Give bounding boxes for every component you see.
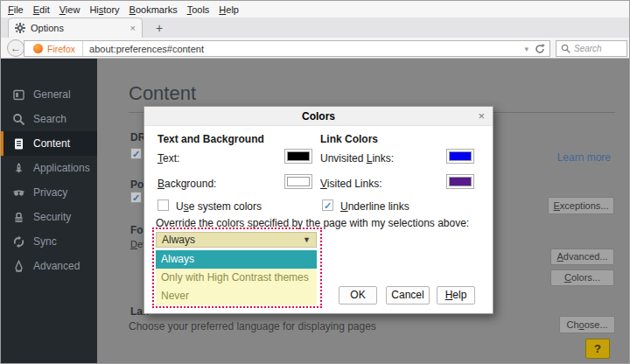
privacy-mask-icon — [12, 186, 25, 200]
exceptions-button[interactable]: Exceptions... — [548, 197, 614, 214]
dropdown-option-list: Always Only with High Contrast themes Ne… — [156, 250, 317, 305]
page-title: Content — [129, 82, 196, 105]
navigation-bar: ← Firefox about:preferences#content ▾ Se… — [1, 38, 629, 59]
sidebar-item-general[interactable]: General — [1, 82, 97, 107]
visited-links-swatch[interactable] — [446, 174, 474, 189]
popups-checkbox[interactable] — [130, 192, 142, 203]
text-color-swatch[interactable] — [284, 149, 312, 164]
sidebar-item-search[interactable]: Search — [1, 107, 97, 131]
section-link-colors: Link Colors — [320, 133, 378, 145]
language-caption: Choose your preferred language for displ… — [129, 320, 376, 332]
ok-button[interactable]: OK — [339, 286, 377, 304]
firefox-logo-icon — [33, 44, 43, 53]
cancel-button[interactable]: Cancel — [386, 286, 430, 304]
menu-bar: File Edit View History Bookmarks Tools H… — [1, 1, 629, 18]
tab-close-icon[interactable]: × — [130, 24, 136, 33]
sidebar-item-privacy[interactable]: Privacy — [1, 180, 97, 205]
text-color-label: Text: — [158, 152, 179, 164]
dialog-title: Colors — [144, 110, 493, 122]
gear-icon — [15, 23, 25, 33]
sidebar-item-content[interactable]: Content — [1, 131, 97, 156]
sidebar-item-sync[interactable]: Sync — [1, 229, 97, 254]
lock-icon — [12, 211, 25, 224]
tab-options[interactable]: Options × — [8, 18, 143, 38]
applications-icon — [12, 162, 25, 175]
general-icon — [12, 88, 25, 102]
sidebar-item-security[interactable]: Security — [1, 205, 97, 229]
section-text-background: Text and Background — [158, 133, 264, 145]
preferences-sidebar: General Search Content Applications Priv… — [1, 59, 97, 364]
menu-bookmarks[interactable]: Bookmarks — [130, 4, 178, 15]
use-system-colors-label: Use system colors — [176, 200, 262, 213]
content-icon — [12, 137, 25, 150]
override-dropdown[interactable]: Always ▼ — [156, 232, 317, 248]
back-arrow-icon[interactable]: ← — [7, 39, 24, 57]
unvisited-links-label: Unvisited Links: — [320, 152, 394, 164]
sidebar-item-label: Applications — [33, 162, 90, 174]
menu-edit[interactable]: Edit — [33, 4, 50, 15]
underline-links-checkbox[interactable] — [322, 200, 333, 211]
help-question-button[interactable]: ? — [585, 339, 610, 359]
learn-more-link[interactable]: Learn more — [557, 151, 611, 164]
sidebar-item-label: Advanced — [33, 260, 80, 272]
menu-tools[interactable]: Tools — [187, 4, 210, 15]
reload-icon[interactable] — [534, 43, 546, 55]
dialog-titlebar: Colors × — [144, 107, 493, 126]
sidebar-item-applications[interactable]: Applications — [1, 156, 97, 180]
background-color-label: Background: — [158, 178, 216, 190]
background-color-swatch[interactable] — [284, 174, 312, 189]
tab-bar: Options × + — [1, 18, 629, 38]
dropdown-option-always[interactable]: Always — [156, 250, 317, 269]
close-icon[interactable]: × — [478, 109, 485, 122]
search-placeholder: Search — [574, 44, 602, 53]
chevron-down-icon: ▼ — [303, 235, 316, 244]
sidebar-item-label: Search — [33, 113, 66, 125]
menu-view[interactable]: View — [60, 4, 80, 15]
drm-checkbox[interactable] — [130, 148, 142, 159]
search-icon — [12, 113, 25, 126]
url-text[interactable]: about:preferences#content — [83, 44, 204, 54]
dropdown-option-never[interactable]: Never — [156, 287, 317, 305]
sync-icon — [12, 235, 25, 248]
menu-history[interactable]: History — [89, 4, 119, 15]
sidebar-item-label: Security — [33, 211, 71, 223]
visited-links-label: Visited Links: — [320, 178, 382, 190]
firefox-brand-label[interactable]: Firefox — [47, 44, 82, 54]
tab-title: Options — [31, 23, 64, 33]
colors-dialog: Colors × Text and Background Link Colors… — [144, 106, 494, 314]
menu-help[interactable]: Help — [219, 4, 239, 15]
dropdown-value: Always — [162, 234, 195, 246]
advanced-button[interactable]: Advanced... — [550, 248, 614, 265]
unvisited-links-swatch[interactable] — [446, 149, 474, 164]
browser-window: File Edit View History Bookmarks Tools H… — [0, 0, 630, 364]
sidebar-item-label: Privacy — [33, 186, 67, 199]
new-tab-button[interactable]: + — [148, 20, 171, 38]
underline-links-label: Underline links — [340, 200, 410, 213]
search-icon — [561, 44, 570, 53]
url-bar[interactable]: Firefox about:preferences#content ▾ — [24, 40, 550, 57]
search-box[interactable]: Search — [556, 40, 627, 57]
content-area: General Search Content Applications Priv… — [1, 59, 630, 364]
menu-file[interactable]: File — [8, 4, 24, 15]
dropdown-option-high-contrast[interactable]: Only with High Contrast themes — [156, 269, 317, 287]
choose-button[interactable]: Choose... — [559, 316, 615, 333]
sidebar-item-label: Content — [33, 137, 70, 150]
help-button[interactable]: Help — [437, 286, 475, 304]
colors-button[interactable]: Colors... — [550, 270, 614, 286]
advanced-icon — [12, 260, 25, 273]
sidebar-item-label: General — [33, 88, 71, 101]
use-system-colors-checkbox[interactable] — [158, 200, 169, 211]
override-colors-label: Override the colors specified by the pag… — [156, 217, 469, 229]
sidebar-item-label: Sync — [33, 235, 57, 248]
sidebar-item-advanced[interactable]: Advanced — [1, 254, 97, 278]
chevron-down-icon[interactable]: ▾ — [524, 45, 534, 53]
